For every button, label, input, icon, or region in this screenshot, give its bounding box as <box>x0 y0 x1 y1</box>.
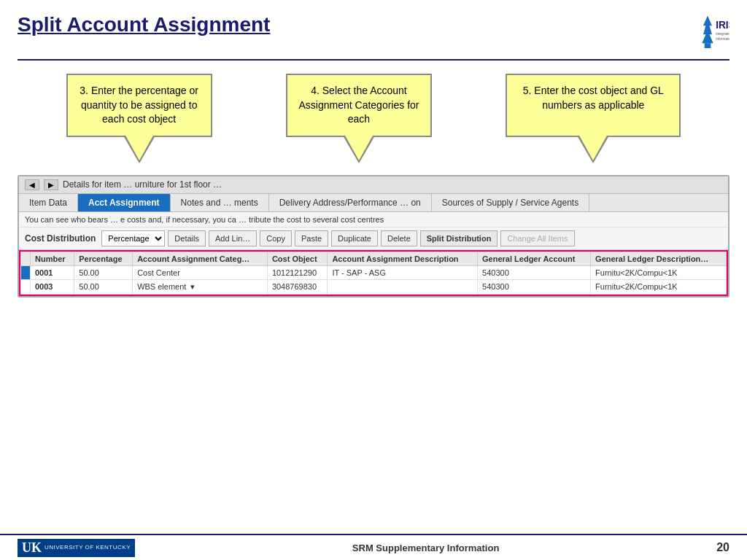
add-line-button[interactable]: Add Lin… <box>209 230 257 246</box>
col-account-cat: Account Assignment Categ… <box>133 252 268 265</box>
row-1-indicator <box>21 265 31 279</box>
col-number: Number <box>31 252 74 265</box>
row-2-gl-desc: Furnitu<2K/Compu<1K <box>591 279 727 294</box>
col-gl-desc: General Ledger Description… <box>591 252 727 265</box>
page-header: Split Account Assignment IRIS Integrated… <box>0 0 747 59</box>
cost-dist-select[interactable]: Percentage Quantity <box>101 230 165 246</box>
header-divider <box>18 59 729 61</box>
row-2-percentage: 50.00 <box>74 279 133 294</box>
toolbar-cost-dist-label: Cost Distribution <box>25 233 96 244</box>
uk-letters: UK <box>22 540 42 556</box>
window-title: Details for item … urniture for 1st floo… <box>63 179 222 190</box>
university-text: UNIVERSITY OF KENTUCKY <box>44 545 131 551</box>
callout-2: 4. Select the Account Assignment Categor… <box>286 74 432 137</box>
footer-center-text: SRM Supplementary Information <box>352 542 500 553</box>
tabs-row: Item Data Acct Assignment Notes and … me… <box>19 194 728 212</box>
callout-1: 3. Enter the percentage or quantity to b… <box>66 74 212 137</box>
page-title: Split Account Assignment <box>18 13 270 36</box>
row-1-account-cat[interactable]: Cost Center <box>133 265 268 279</box>
row-2-number: 0003 <box>31 279 74 294</box>
tab-notes[interactable]: Notes and … ments <box>171 194 269 211</box>
svg-text:Integrated Resource: Integrated Resource <box>716 32 729 36</box>
copy-button[interactable]: Copy <box>260 230 292 246</box>
table-highlight-wrapper: Number Percentage Account Assignment Cat… <box>19 250 728 296</box>
nav-next-button[interactable]: ▶ <box>44 179 58 190</box>
details-button[interactable]: Details <box>168 230 206 246</box>
row-1-cost-object: 1012121290 <box>267 265 328 279</box>
row-1-gl-desc: Furnitu<2K/Compu<1K <box>591 265 727 279</box>
paste-button[interactable]: Paste <box>295 230 328 246</box>
row-1-aa-desc: IT - SAP - ASG <box>328 265 478 279</box>
info-text: You can see who bears … e costs and, if … <box>19 212 728 228</box>
footer-left: UK UNIVERSITY OF KENTUCKY <box>18 539 135 557</box>
toolbar: Cost Distribution Percentage Quantity De… <box>19 228 728 250</box>
row-1-gl-account: 540300 <box>478 265 591 279</box>
table-row[interactable]: 0003 50.00 WBS element ▾ 3048769830 5403… <box>21 279 727 294</box>
row-2-account-cat[interactable]: WBS element ▾ <box>133 279 268 294</box>
row-2-aa-desc <box>328 279 478 294</box>
callout-2-text: 4. Select the Account Assignment Categor… <box>299 85 419 125</box>
svg-text:Information System: Information System <box>716 37 729 41</box>
svg-text:IRIS: IRIS <box>716 20 729 31</box>
delete-button[interactable]: Delete <box>381 230 417 246</box>
tab-sources[interactable]: Sources of Supply / Service Agents <box>432 194 589 211</box>
callout-1-text: 3. Enter the percentage or quantity to b… <box>80 85 198 125</box>
main-window: ◀ ▶ Details for item … urniture for 1st … <box>18 175 729 298</box>
table-row[interactable]: 0001 50.00 Cost Center 1012121290 IT - S… <box>21 265 727 279</box>
svg-marker-1 <box>702 16 713 44</box>
footer: UK UNIVERSITY OF KENTUCKY SRM Supplement… <box>0 534 747 560</box>
footer-page-number: 20 <box>716 541 729 554</box>
col-indicator <box>21 252 31 265</box>
change-all-items-button[interactable]: Change All Items <box>500 230 574 246</box>
nav-prev-button[interactable]: ◀ <box>25 179 39 190</box>
col-percentage: Percentage <box>74 252 133 265</box>
duplicate-button[interactable]: Duplicate <box>331 230 378 246</box>
callout-3-text: 5. Enter the cost object and GL numbers … <box>523 85 664 111</box>
table-header-row: Number Percentage Account Assignment Cat… <box>21 252 727 265</box>
col-aa-desc: Account Assignment Description <box>328 252 478 265</box>
tab-acct-assignment[interactable]: Acct Assignment <box>78 194 171 211</box>
logo-area: IRIS Integrated Resource Information Sys… <box>686 13 729 53</box>
row-1-number: 0001 <box>31 265 74 279</box>
tab-item-data[interactable]: Item Data <box>19 194 78 211</box>
split-distribution-button[interactable]: Split Distribution <box>420 230 498 246</box>
row-2-cost-object: 3048769830 <box>267 279 328 294</box>
col-gl-account: General Ledger Account <box>478 252 591 265</box>
iris-logo-icon: IRIS Integrated Resource Information Sys… <box>686 13 729 53</box>
svg-rect-2 <box>705 43 711 48</box>
row-2-indicator <box>21 279 31 294</box>
uk-logo: UK UNIVERSITY OF KENTUCKY <box>18 539 135 557</box>
row-2-gl-account: 540300 <box>478 279 591 294</box>
callout-3: 5. Enter the cost object and GL numbers … <box>506 74 681 137</box>
tab-delivery[interactable]: Delivery Address/Performance … on <box>269 194 432 211</box>
window-titlebar: ◀ ▶ Details for item … urniture for 1st … <box>19 176 728 194</box>
row-1-percentage: 50.00 <box>74 265 133 279</box>
callouts-row: 3. Enter the percentage or quantity to b… <box>0 68 747 137</box>
cost-distribution-table: Number Percentage Account Assignment Cat… <box>20 252 727 295</box>
col-cost-object: Cost Object <box>267 252 328 265</box>
